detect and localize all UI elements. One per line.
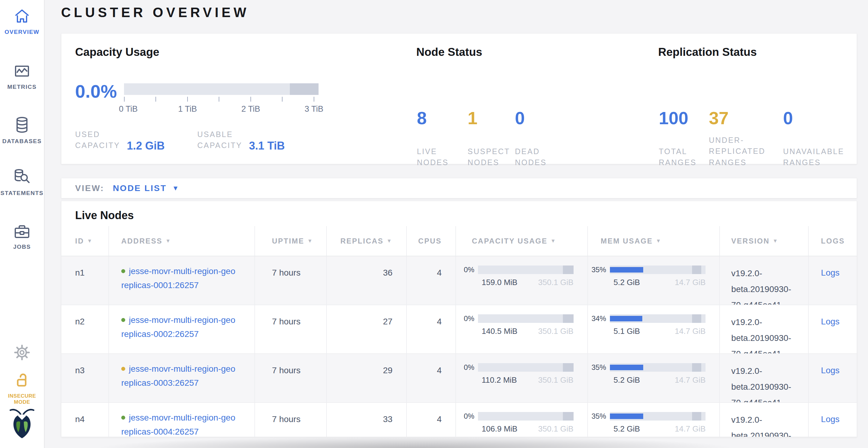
under-replicated-ranges-stat: 37 UNDER-REPLICATEDRANGES [709,109,765,168]
column-header-replicas[interactable]: REPLICAS▼ [327,226,407,256]
node-uptime-cell: 7 hours [255,354,327,402]
node-capacity-cell: 0% 140.5 MiB350.1 GiB [456,305,588,353]
column-header-logs: LOGS [809,226,857,256]
logs-cell: Logs [809,403,857,437]
node-address-link[interactable]: jesse-movr-multi-region-georeplicas-0002… [121,315,236,339]
capacity-total-value: 350.1 GiB [538,375,574,385]
node-address-cell: jesse-movr-multi-region-georeplicas-0002… [109,305,255,353]
column-header-version[interactable]: VERSION▼ [720,226,809,256]
capacity-percent-label: 0% [459,363,478,372]
node-status-dot [121,367,125,371]
mem-bar-fill [610,316,643,321]
capacity-total-value: 350.1 GiB [538,326,574,336]
usable-capacity-stat: USABLE CAPACITY 3.1 TiB [197,129,285,151]
mem-bar [610,314,706,323]
node-status-title: Node Status [416,46,482,59]
mem-bar-fill [610,267,644,273]
mem-total-value: 14.7 GiB [675,326,706,336]
used-capacity-label: USED CAPACITY [75,129,120,151]
mem-used-value: 5.2 GiB [614,375,640,385]
sidebar-item-label: JOBS [0,244,44,250]
cockroachdb-logo-icon [7,408,37,441]
sort-arrow-icon: ▼ [656,238,661,244]
sidebar-item-overview[interactable]: OVERVIEW [0,8,44,35]
node-capacity-cell: 0% 106.9 MiB350.1 GiB [456,403,588,437]
column-header-mem-usage[interactable]: MEM USAGE▼ [588,226,720,256]
sidebar-item-statements[interactable]: STATEMENTS [0,168,44,197]
sidebar-item-jobs[interactable]: JOBS [0,224,44,250]
view-dropdown-value: NODE LIST [113,183,166,193]
capacity-percent-label: 0% [459,412,478,420]
summary-panel: Capacity Usage 0.0% 0 TiB 1 TiB 2 TiB 3 … [61,33,857,164]
logs-link[interactable]: Logs [821,268,840,277]
node-mem-cell: 34% 5.1 GiB14.7 GiB [588,305,720,353]
table-body: n1 jesse-movr-multi-region-georeplicas-0… [61,256,857,437]
cluster-overview-page: OVERVIEW METRICS DATABASES [0,0,868,448]
capacity-percent: 0.0% [75,81,117,102]
mem-bar [610,266,706,274]
capacity-used-value: 110.2 MiB [482,375,517,385]
node-cpus-cell: 4 [407,256,456,305]
capacity-bar-reserved-segment [563,412,573,420]
logs-link[interactable]: Logs [821,414,840,424]
mem-percent-label: 35% [591,363,610,372]
mem-bar-reserved-segment [692,363,701,372]
mem-bar-fill [610,414,644,419]
jobs-icon [13,224,31,240]
metrics-icon [14,63,30,80]
capacity-bar-reserved-segment [563,266,573,274]
sidebar-item-databases[interactable]: DATABASES [0,116,44,145]
logs-link[interactable]: Logs [821,317,840,326]
mem-bar-fill [610,365,644,370]
table-row: n2 jesse-movr-multi-region-georeplicas-0… [61,305,857,354]
sidebar-item-metrics[interactable]: METRICS [0,63,44,90]
mem-bar-reserved-segment [692,266,701,274]
node-id-cell: n3 [61,354,109,402]
node-replicas-cell: 36 [327,256,407,305]
live-nodes-panel: Live Nodes ID▼ ADDRESS▼ UPTIME▼ REPLICAS… [61,201,857,437]
sidebar: OVERVIEW METRICS DATABASES [0,0,44,448]
capacity-used-value: 159.0 MiB [482,278,517,287]
capacity-axis-labels: 0 TiB 1 TiB 2 TiB 3 TiB [124,104,318,113]
sort-arrow-icon: ▼ [773,238,778,244]
sidebar-item-label: DATABASES [0,138,44,145]
sidebar-settings[interactable] [0,344,44,363]
logs-link[interactable]: Logs [821,366,840,375]
column-header-capacity-usage[interactable]: CAPACITY USAGE▼ [456,226,588,256]
mem-used-value: 5.1 GiB [614,326,640,336]
sort-arrow-icon: ▼ [87,238,93,244]
capacity-usage-bar [124,83,318,95]
logs-cell: Logs [809,305,857,353]
sort-arrow-icon: ▼ [551,238,556,244]
node-replicas-cell: 27 [327,305,407,353]
node-uptime-cell: 7 hours [255,403,327,437]
capacity-percent-label: 0% [459,266,478,274]
node-address-link[interactable]: jesse-movr-multi-region-georeplicas-0001… [121,267,236,290]
node-version-cell: v19.2.0-beta.20190930-70-g445ec41 [720,305,809,353]
capacity-bar [478,266,574,274]
capacity-total-value: 350.1 GiB [538,424,574,434]
capacity-bar [478,314,574,323]
usable-capacity-value: 3.1 TiB [249,139,285,152]
node-capacity-cell: 0% 110.2 MiB350.1 GiB [456,354,588,402]
sort-arrow-icon: ▼ [307,238,313,244]
usable-capacity-label: USABLE CAPACITY [197,129,242,151]
node-address-link[interactable]: jesse-movr-multi-region-georeplicas-0004… [121,413,236,437]
column-header-address[interactable]: ADDRESS▼ [109,226,255,256]
capacity-bar-reserved-segment [563,314,573,323]
node-cpus-cell: 4 [407,305,456,353]
column-header-uptime[interactable]: UPTIME▼ [255,226,327,256]
node-address-link[interactable]: jesse-movr-multi-region-georeplicas-0003… [121,364,236,387]
mem-bar [610,412,706,420]
mem-percent-label: 35% [591,266,610,274]
view-dropdown[interactable]: NODE LIST ▼ [113,183,179,193]
column-header-id[interactable]: ID▼ [61,226,109,256]
capacity-bar-reserved-segment [290,83,318,95]
mem-total-value: 14.7 GiB [675,375,706,385]
node-address-cell: jesse-movr-multi-region-georeplicas-0003… [109,354,255,402]
sidebar-logo [0,408,44,441]
capacity-bar [478,412,574,420]
mem-used-value: 5.2 GiB [614,278,640,287]
table-row: n1 jesse-movr-multi-region-georeplicas-0… [61,256,857,305]
main-content: CLUSTER OVERVIEW Capacity Usage 0.0% 0 T… [44,0,868,448]
